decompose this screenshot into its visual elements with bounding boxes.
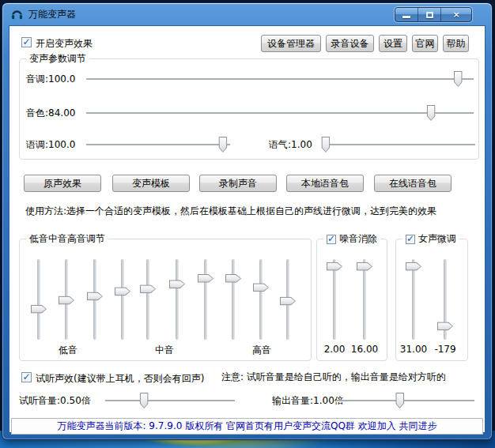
noise-slider-1-thumb[interactable] xyxy=(327,262,342,271)
checkmark-icon: ✓ xyxy=(22,37,30,47)
record-voice-button[interactable]: 录制声音 xyxy=(199,175,277,192)
online-voice-pack-button[interactable]: 在线语音包 xyxy=(374,175,452,192)
noise-slider-2[interactable] xyxy=(357,259,372,340)
tone-slider[interactable] xyxy=(86,144,230,145)
female-slider-2-thumb[interactable] xyxy=(437,322,453,330)
checkmark-icon: ✓ xyxy=(406,234,414,243)
voice-params-group: 变声参数调节 音调:100.0 音色:84.00 语调:100.0 语气:1.0… xyxy=(19,58,479,160)
female-slider-1-thumb[interactable] xyxy=(406,262,421,271)
eq-slider-1[interactable] xyxy=(31,259,47,340)
female-voice-group: ✓ 女声微调 31.00 -179 xyxy=(395,239,468,361)
maximize-icon xyxy=(426,12,433,18)
equalizer-group: 低音中音高音调节 低音 中音 高音 xyxy=(19,239,312,361)
eq-slider-7-thumb[interactable] xyxy=(198,274,213,283)
eq-slider-9[interactable] xyxy=(253,259,269,340)
timbre-slider[interactable] xyxy=(86,112,474,114)
maximize-button[interactable] xyxy=(418,8,441,21)
mood-slider-thumb[interactable] xyxy=(321,137,330,152)
local-voice-pack-button[interactable]: 本地语音包 xyxy=(286,175,364,192)
noise-removal-label: 噪音消除 xyxy=(339,232,377,246)
preview-sound-label: 试听声效(建议带上耳机，否则会有回声) xyxy=(36,372,204,386)
enable-voice-label: 开启变声效果 xyxy=(36,37,93,51)
timbre-label: 音色:84.00 xyxy=(26,107,75,120)
output-volume-label: 输出音量:1.00倍 xyxy=(272,394,344,408)
eq-slider-8[interactable] xyxy=(225,259,241,340)
pitch-slider-thumb[interactable] xyxy=(454,71,463,87)
checkmark-icon: ✓ xyxy=(22,372,30,382)
eq-slider-5[interactable] xyxy=(140,259,156,340)
eq-slider-10-thumb[interactable] xyxy=(280,297,296,306)
eq-slider-4-thumb[interactable] xyxy=(115,287,130,296)
bass-label: 低音 xyxy=(59,344,77,357)
enable-voice-checkbox[interactable]: ✓ xyxy=(21,37,32,47)
eq-slider-2[interactable] xyxy=(59,259,74,340)
pitch-slider[interactable] xyxy=(86,78,474,80)
female-value-2: -179 xyxy=(429,344,461,355)
female-voice-checkbox[interactable]: ✓ xyxy=(406,235,415,244)
noise-slider-2-thumb[interactable] xyxy=(357,262,372,271)
female-value-1: 31.00 xyxy=(398,344,429,355)
preview-volume-thumb[interactable] xyxy=(140,393,149,408)
headphones-icon xyxy=(10,8,24,21)
noise-slider-1[interactable] xyxy=(327,259,342,340)
original-voice-button[interactable]: 原声效果 xyxy=(24,175,101,192)
minimize-icon xyxy=(402,16,410,18)
close-button[interactable]: × xyxy=(441,8,471,21)
status-bar: 万能变声器当前版本: 9.7.9.0 版权所有 官网首页有用户变声交流QQ群 欢… xyxy=(11,418,483,435)
output-volume-thumb[interactable] xyxy=(395,393,404,408)
preview-sound-checkbox[interactable]: ✓ xyxy=(21,372,32,382)
minimize-button[interactable] xyxy=(395,8,418,21)
output-volume-slider[interactable] xyxy=(336,400,474,401)
noise-removal-group: ✓ 噪音消除 2.00 16.00 xyxy=(316,239,387,361)
eq-slider-2-thumb[interactable] xyxy=(59,296,74,305)
eq-slider-6[interactable] xyxy=(169,259,185,340)
window-title: 万能变声器 xyxy=(28,8,76,21)
usage-instructions: 使用方法:选择一个合适的变声模板，然后在模板基础上根据自己的声线进行微调，达到完… xyxy=(25,205,436,218)
app-window: 万能变声器 × ✓ 开启变声效果 设备管理器 录音设备 设置 官网 帮助 变声参… xyxy=(2,2,493,440)
tone-slider-thumb[interactable] xyxy=(218,137,227,152)
mid-label: 中音 xyxy=(155,344,174,357)
noise-removal-checkbox[interactable]: ✓ xyxy=(327,235,336,244)
eq-slider-10[interactable] xyxy=(280,259,296,340)
eq-slider-5-thumb[interactable] xyxy=(140,284,156,293)
help-button[interactable]: 帮助 xyxy=(443,35,469,52)
female-slider-1[interactable] xyxy=(406,259,421,340)
settings-button[interactable]: 设置 xyxy=(379,35,407,52)
recording-devices-button[interactable]: 录音设备 xyxy=(326,35,374,52)
checkmark-icon: ✓ xyxy=(327,234,335,243)
female-slider-2[interactable] xyxy=(437,259,453,340)
noise-value-1: 2.00 xyxy=(319,344,350,355)
eq-slider-1-thumb[interactable] xyxy=(31,305,47,314)
timbre-slider-thumb[interactable] xyxy=(427,105,436,121)
official-site-button[interactable]: 官网 xyxy=(412,35,438,52)
mood-label: 语气:1.00 xyxy=(269,138,312,152)
device-manager-button[interactable]: 设备管理器 xyxy=(261,35,321,52)
eq-slider-9-thumb[interactable] xyxy=(253,283,269,292)
noise-value-2: 16.00 xyxy=(349,344,380,355)
window-controls: × xyxy=(395,7,472,22)
eq-slider-7[interactable] xyxy=(198,259,213,340)
mood-slider[interactable] xyxy=(323,144,475,145)
client-area: ✓ 开启变声效果 设备管理器 录音设备 设置 官网 帮助 变声参数调节 音调:1… xyxy=(9,25,486,433)
volume-note: 注意: 试听音量是给自己听的，输出音量是给对方听的 xyxy=(221,371,446,384)
tone-label: 语调:100.0 xyxy=(26,138,75,152)
eq-slider-8-thumb[interactable] xyxy=(225,274,241,283)
eq-slider-3[interactable] xyxy=(87,259,103,340)
equalizer-group-title: 低音中音高音调节 xyxy=(26,232,108,246)
treble-label: 高音 xyxy=(252,344,271,357)
preview-volume-label: 试听音量:0.50倍 xyxy=(19,394,91,408)
female-voice-label: 女声微调 xyxy=(418,232,456,246)
voice-templates-button[interactable]: 变声模板 xyxy=(112,175,190,192)
close-icon: × xyxy=(452,9,459,20)
preview-volume-slider[interactable] xyxy=(105,400,235,401)
pitch-label: 音调:100.0 xyxy=(26,73,75,86)
voice-params-group-title: 变声参数调节 xyxy=(26,52,89,66)
eq-slider-4[interactable] xyxy=(115,259,130,340)
eq-slider-3-thumb[interactable] xyxy=(87,292,103,300)
eq-slider-6-thumb[interactable] xyxy=(169,280,185,288)
